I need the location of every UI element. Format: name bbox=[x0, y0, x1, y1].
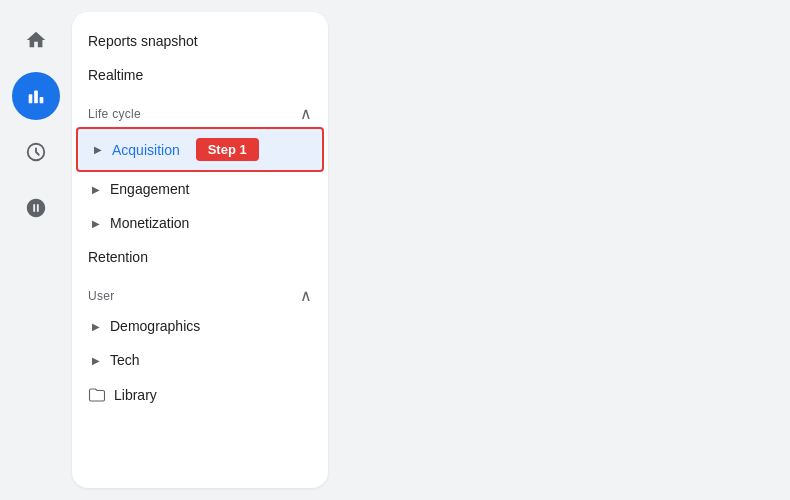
nav-item-demographics[interactable]: ▶ Demographics bbox=[72, 309, 328, 343]
svg-rect-2 bbox=[40, 97, 44, 103]
engagement-label: Engagement bbox=[110, 181, 189, 197]
lifecycle-label: Life cycle bbox=[88, 107, 141, 121]
nav-item-retention[interactable]: Retention bbox=[72, 240, 328, 274]
user-section-header[interactable]: User ∧ bbox=[72, 274, 328, 309]
acquisition-arrow: ▶ bbox=[90, 142, 106, 158]
nav-item-realtime[interactable]: Realtime bbox=[72, 58, 328, 92]
demographics-label: Demographics bbox=[110, 318, 200, 334]
nav-item-tech[interactable]: ▶ Tech bbox=[72, 343, 328, 377]
svg-rect-1 bbox=[34, 91, 38, 104]
library-folder-icon bbox=[88, 386, 106, 404]
demographics-arrow: ▶ bbox=[88, 318, 104, 334]
nav-item-reports-snapshot[interactable]: Reports snapshot bbox=[72, 24, 328, 58]
reports-icon-btn[interactable] bbox=[12, 72, 60, 120]
library-label: Library bbox=[114, 387, 157, 403]
home-icon-btn[interactable] bbox=[12, 16, 60, 64]
engagement-arrow: ▶ bbox=[88, 181, 104, 197]
svg-rect-0 bbox=[29, 94, 33, 103]
tech-arrow: ▶ bbox=[88, 352, 104, 368]
monetization-arrow: ▶ bbox=[88, 215, 104, 231]
nav-item-acquisition[interactable]: ▶ Acquisition Step 1 bbox=[76, 127, 324, 172]
acquisition-label: Acquisition bbox=[112, 142, 180, 158]
realtime-label: Realtime bbox=[88, 67, 143, 83]
lifecycle-chevron: ∧ bbox=[300, 104, 312, 123]
lifecycle-section-header[interactable]: Life cycle ∧ bbox=[72, 92, 328, 127]
tech-label: Tech bbox=[110, 352, 140, 368]
user-label: User bbox=[88, 289, 115, 303]
nav-item-engagement[interactable]: ▶ Engagement bbox=[72, 172, 328, 206]
reports-snapshot-label: Reports snapshot bbox=[88, 33, 198, 49]
nav-item-monetization[interactable]: ▶ Monetization bbox=[72, 206, 328, 240]
sidebar-icons bbox=[0, 0, 72, 500]
retention-label: Retention bbox=[88, 249, 148, 265]
step-badge: Step 1 bbox=[196, 138, 259, 161]
main-content bbox=[328, 0, 790, 500]
nav-panel: Reports snapshot Realtime Life cycle ∧ ▶… bbox=[72, 12, 328, 488]
advertising-icon-btn[interactable] bbox=[12, 184, 60, 232]
monetization-label: Monetization bbox=[110, 215, 189, 231]
explore-icon-btn[interactable] bbox=[12, 128, 60, 176]
nav-item-library[interactable]: Library bbox=[72, 377, 328, 413]
user-chevron: ∧ bbox=[300, 286, 312, 305]
